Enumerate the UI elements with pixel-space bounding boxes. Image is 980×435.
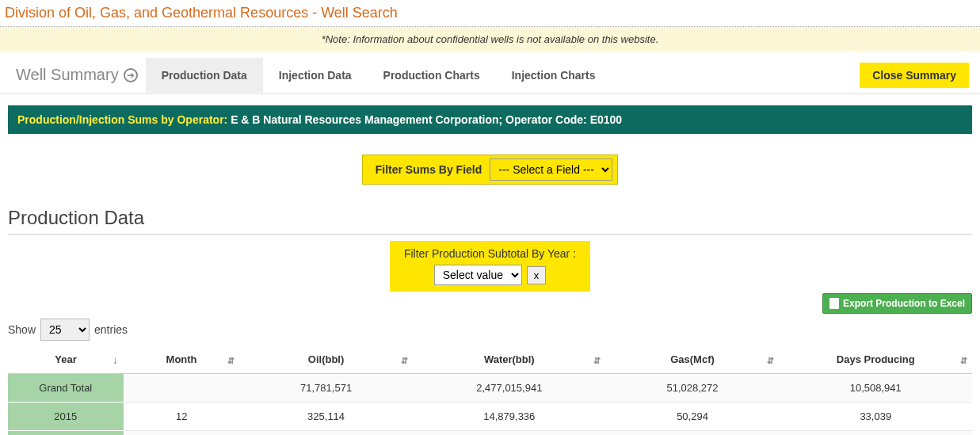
col-water[interactable]: Water(bbl) xyxy=(413,345,605,374)
show-entries-suffix: entries xyxy=(94,323,128,336)
col-gas[interactable]: Gas(Mcf) xyxy=(606,345,780,374)
export-excel-button[interactable]: Export Production to Excel xyxy=(822,293,972,314)
sort-icon xyxy=(593,353,601,365)
col-month[interactable]: Month xyxy=(124,345,239,374)
tab-injection-data[interactable]: Injection Data xyxy=(263,58,368,93)
tab-production-charts[interactable]: Production Charts xyxy=(368,58,496,93)
col-oil-label: Oil(bbl) xyxy=(308,353,345,365)
filter-field-label: Filter Sums By Field xyxy=(368,158,490,181)
tab-injection-charts[interactable]: Injection Charts xyxy=(496,58,612,93)
cell-year: 2015 xyxy=(8,403,124,431)
cell-year: 2015 xyxy=(8,431,124,436)
well-summary-label: Well Summary xyxy=(16,66,119,84)
tab-row: Well Summary ➜ Production Data Injection… xyxy=(0,56,980,94)
col-oil[interactable]: Oil(bbl) xyxy=(239,345,413,374)
cell-water: 2,477,015,941 xyxy=(413,374,605,403)
table-header-row: Year Month Oil(bbl) Water(bbl) Gas(Mcf) … xyxy=(8,345,972,374)
sort-icon xyxy=(959,353,967,365)
col-water-label: Water(bbl) xyxy=(484,353,535,365)
close-summary-button[interactable]: Close Summary xyxy=(860,63,969,88)
cell-oil: 312,438 xyxy=(239,431,413,436)
filter-field-select[interactable]: --- Select a Field --- xyxy=(490,158,612,181)
filter-field-row: Filter Sums By Field --- Select a Field … xyxy=(0,155,980,185)
well-summary-heading: Well Summary ➜ xyxy=(8,56,146,93)
col-gas-label: Gas(Mcf) xyxy=(670,353,715,365)
cell-year: Grand Total xyxy=(8,374,124,403)
export-label: Export Production to Excel xyxy=(843,298,965,309)
tabs: Production Data Injection Data Productio… xyxy=(146,58,612,93)
col-year[interactable]: Year xyxy=(8,345,124,374)
circle-arrow-icon: ➜ xyxy=(124,68,138,82)
cell-gas: 50,294 xyxy=(606,403,780,431)
col-days-label: Days Producing xyxy=(837,353,915,365)
sort-icon xyxy=(400,353,408,365)
col-days[interactable]: Days Producing xyxy=(780,345,972,374)
col-month-label: Month xyxy=(166,353,197,365)
filter-field-wrap: Filter Sums By Field --- Select a Field … xyxy=(362,155,619,185)
cell-water: 14,879,336 xyxy=(413,403,605,431)
operator-banner-value: E & B Natural Resources Management Corpo… xyxy=(227,113,622,126)
subtotal-year-select[interactable]: Select value xyxy=(434,265,522,285)
show-entries: Show 25 entries xyxy=(8,319,972,341)
page-title: Division of Oil, Gas, and Geothermal Res… xyxy=(0,0,980,27)
sort-icon xyxy=(227,353,235,365)
confidential-note: *Note: Information about confidential we… xyxy=(0,27,980,52)
cell-days: 33,039 xyxy=(780,403,972,431)
show-entries-select[interactable]: 25 xyxy=(40,319,90,341)
cell-gas: 51,028,272 xyxy=(606,374,780,403)
subtotal-label: Filter Production Subtotal By Year : xyxy=(404,244,576,265)
sort-icon xyxy=(767,353,775,365)
cell-gas: 50,000 xyxy=(606,431,780,436)
table-row: 2015 12 325,114 14,879,336 50,294 33,039 xyxy=(8,403,972,431)
cell-days: 10,508,941 xyxy=(780,374,972,403)
cell-days: 31,694 xyxy=(780,431,972,436)
cell-month xyxy=(124,374,239,403)
sort-desc-icon xyxy=(111,353,119,365)
cell-month: 11 xyxy=(124,431,239,436)
operator-banner-label: Production/Injection Sums by Operator: xyxy=(17,113,227,126)
tab-production-data[interactable]: Production Data xyxy=(146,58,263,93)
cell-oil: 71,781,571 xyxy=(239,374,413,403)
production-table: Year Month Oil(bbl) Water(bbl) Gas(Mcf) … xyxy=(8,345,972,435)
show-entries-prefix: Show xyxy=(8,323,36,336)
excel-icon xyxy=(829,298,839,309)
section-title: Production Data xyxy=(8,207,972,235)
subtotal-row: Filter Production Subtotal By Year : Sel… xyxy=(0,241,980,292)
table-row: 2015 11 312,438 14,397,642 50,000 31,694 xyxy=(8,431,972,436)
cell-month: 12 xyxy=(124,403,239,431)
export-row: Export Production to Excel xyxy=(8,293,972,314)
cell-water: 14,397,642 xyxy=(413,431,605,436)
table-row: Grand Total 71,781,571 2,477,015,941 51,… xyxy=(8,374,972,403)
cell-oil: 325,114 xyxy=(239,403,413,431)
col-year-label: Year xyxy=(55,353,76,365)
operator-banner: Production/Injection Sums by Operator: E… xyxy=(8,105,972,134)
subtotal-clear-button[interactable]: x xyxy=(527,266,547,284)
subtotal-wrap: Filter Production Subtotal By Year : Sel… xyxy=(390,241,590,292)
